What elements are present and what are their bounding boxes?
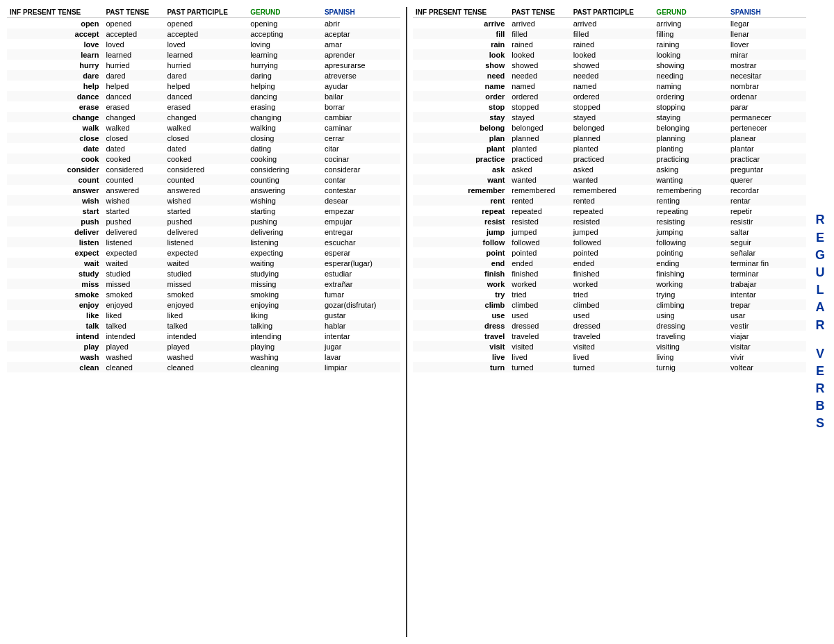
right-cell-6-inf: name bbox=[413, 81, 509, 91]
right-cell-1-gerund: filling bbox=[653, 28, 728, 39]
left-table-row: learnlearnedlearnedlearningaprender bbox=[7, 49, 400, 60]
left-cell-8-past: erased bbox=[103, 101, 164, 112]
right-table-row: followfollowedfollowedfollowingseguir bbox=[413, 237, 806, 247]
right-cell-4-pastpart: showed bbox=[571, 60, 654, 70]
right-cell-16-past: remembered bbox=[509, 185, 570, 195]
right-table-row: useusedusedusingusar bbox=[413, 310, 806, 320]
right-table-row: finishfinishedfinishedfinishingterminar bbox=[413, 268, 806, 279]
right-cell-19-gerund: resisting bbox=[653, 216, 728, 226]
right-cell-10-pastpart: belonged bbox=[571, 122, 654, 133]
right-cell-13-spanish: practicar bbox=[728, 154, 806, 164]
left-cell-0-pastpart: opened bbox=[164, 18, 247, 29]
right-cell-28-pastpart: used bbox=[571, 310, 654, 320]
right-cell-23-gerund: ending bbox=[653, 258, 728, 268]
right-cell-4-gerund: showing bbox=[653, 60, 728, 70]
left-cell-3-spanish: aprender bbox=[322, 49, 400, 60]
right-cell-32-pastpart: lived bbox=[571, 352, 654, 362]
right-cell-20-inf: jump bbox=[413, 226, 509, 237]
left-table-row: pushpushedpushedpushingempujar bbox=[7, 216, 400, 226]
right-cell-3-spanish: mirar bbox=[728, 49, 806, 60]
left-table-row: enjoyenjoyedenjoyedenjoyinggozar(disfrut… bbox=[7, 299, 400, 310]
left-table-row: playplayedplayedplayingjugar bbox=[7, 341, 400, 352]
right-table-row: workworkedworkedworkingtrabajar bbox=[413, 279, 806, 289]
left-header-spanish: SPANISH bbox=[322, 7, 400, 18]
left-header-past: PAST TENSE bbox=[103, 7, 164, 18]
left-cell-3-gerund: learning bbox=[247, 49, 322, 60]
left-cell-4-gerund: hurrying bbox=[247, 60, 322, 70]
left-table-row: wishwishedwishedwishingdesear bbox=[7, 195, 400, 206]
left-cell-27-past: enjoyed bbox=[103, 299, 164, 310]
right-cell-1-spanish: llenar bbox=[728, 28, 806, 39]
right-cell-25-spanish: trabajar bbox=[728, 279, 806, 289]
right-header-gerund: GERUND bbox=[653, 7, 728, 18]
sidebar-S: S bbox=[816, 415, 824, 432]
left-cell-13-pastpart: cooked bbox=[164, 154, 247, 164]
right-cell-7-pastpart: ordered bbox=[571, 91, 654, 101]
left-cell-18-past: started bbox=[103, 206, 164, 216]
right-table-row: planplannedplannedplanningplanear bbox=[413, 133, 806, 143]
left-table-row: cookcookedcookedcookingcocinar bbox=[7, 154, 400, 164]
left-cell-6-gerund: helping bbox=[247, 81, 322, 91]
right-table-row: livelivedlivedlivingvivir bbox=[413, 352, 806, 362]
left-cell-5-gerund: daring bbox=[247, 70, 322, 81]
right-cell-19-pastpart: resisted bbox=[571, 216, 654, 226]
left-cell-11-past: closed bbox=[103, 133, 164, 143]
left-cell-28-inf: like bbox=[7, 310, 103, 320]
sidebar-R3: R bbox=[816, 380, 825, 397]
left-cell-30-past: intended bbox=[103, 331, 164, 341]
left-cell-14-past: considered bbox=[103, 164, 164, 174]
right-cell-29-gerund: dressing bbox=[653, 320, 728, 331]
sidebar-V: V bbox=[816, 345, 824, 363]
right-cell-15-spanish: querer bbox=[728, 174, 806, 185]
right-cell-28-past: used bbox=[509, 310, 570, 320]
left-cell-17-inf: wish bbox=[7, 195, 103, 206]
right-cell-8-past: stopped bbox=[509, 101, 570, 112]
right-cell-26-inf: try bbox=[413, 289, 509, 299]
left-cell-21-pastpart: listened bbox=[164, 237, 247, 247]
right-table-row: traveltraveledtraveledtravelingviajar bbox=[413, 331, 806, 341]
left-cell-2-spanish: amar bbox=[322, 39, 400, 49]
right-cell-5-inf: need bbox=[413, 70, 509, 81]
right-header-inf: INF PRESENT TENSE bbox=[413, 7, 509, 18]
right-table-row: arrivearrivedarrivedarrivingllegar bbox=[413, 18, 806, 29]
left-cell-17-past: wished bbox=[103, 195, 164, 206]
right-cell-26-past: tried bbox=[509, 289, 570, 299]
right-table-row: showshowedshowedshowingmostrar bbox=[413, 60, 806, 70]
right-cell-12-inf: plant bbox=[413, 143, 509, 154]
left-table-row: washwashedwashedwashinglavar bbox=[7, 352, 400, 362]
right-cell-29-inf: dress bbox=[413, 320, 509, 331]
sidebar-R2: R bbox=[815, 317, 824, 334]
right-cell-5-spanish: necesitar bbox=[728, 70, 806, 81]
left-table-row: closeclosedclosedclosingcerrar bbox=[7, 133, 400, 143]
left-cell-22-spanish: esperar bbox=[322, 247, 400, 258]
right-table-row: plantplantedplantedplantingplantar bbox=[413, 143, 806, 154]
right-cell-23-inf: end bbox=[413, 258, 509, 268]
right-cell-25-pastpart: worked bbox=[571, 279, 654, 289]
right-table-row: needneededneededneedingnecesitar bbox=[413, 70, 806, 81]
sidebar-R1: R bbox=[815, 211, 824, 229]
left-cell-18-gerund: starting bbox=[247, 206, 322, 216]
left-table-row: daredareddareddaringatreverse bbox=[7, 70, 400, 81]
left-cell-15-past: counted bbox=[103, 174, 164, 185]
right-cell-29-pastpart: dressed bbox=[571, 320, 654, 331]
right-table-row: rentrentedrentedrentingrentar bbox=[413, 195, 806, 206]
right-cell-7-gerund: ordering bbox=[653, 91, 728, 101]
right-cell-9-pastpart: stayed bbox=[571, 112, 654, 122]
right-cell-13-past: practiced bbox=[509, 154, 570, 164]
right-cell-17-spanish: rentar bbox=[728, 195, 806, 206]
right-cell-25-inf: work bbox=[413, 279, 509, 289]
left-cell-13-spanish: cocinar bbox=[322, 154, 400, 164]
right-cell-16-gerund: remembering bbox=[653, 185, 728, 195]
left-table-row: cleancleanedcleanedcleaninglimpiar bbox=[7, 362, 400, 372]
left-table-section: INF PRESENT TENSE PAST TENSE PAST PARTIC… bbox=[7, 7, 407, 637]
left-table-row: datedateddateddatingcitar bbox=[7, 143, 400, 154]
left-table-row: expectexpectedexpectedexpectingesperar bbox=[7, 247, 400, 258]
left-cell-10-spanish: caminar bbox=[322, 122, 400, 133]
left-cell-23-past: waited bbox=[103, 258, 164, 268]
right-cell-21-pastpart: followed bbox=[571, 237, 654, 247]
left-cell-26-pastpart: smoked bbox=[164, 289, 247, 299]
left-table-row: likelikedlikedlikinggustar bbox=[7, 310, 400, 320]
left-cell-25-past: missed bbox=[103, 279, 164, 289]
right-cell-28-spanish: usar bbox=[728, 310, 806, 320]
left-cell-19-inf: push bbox=[7, 216, 103, 226]
